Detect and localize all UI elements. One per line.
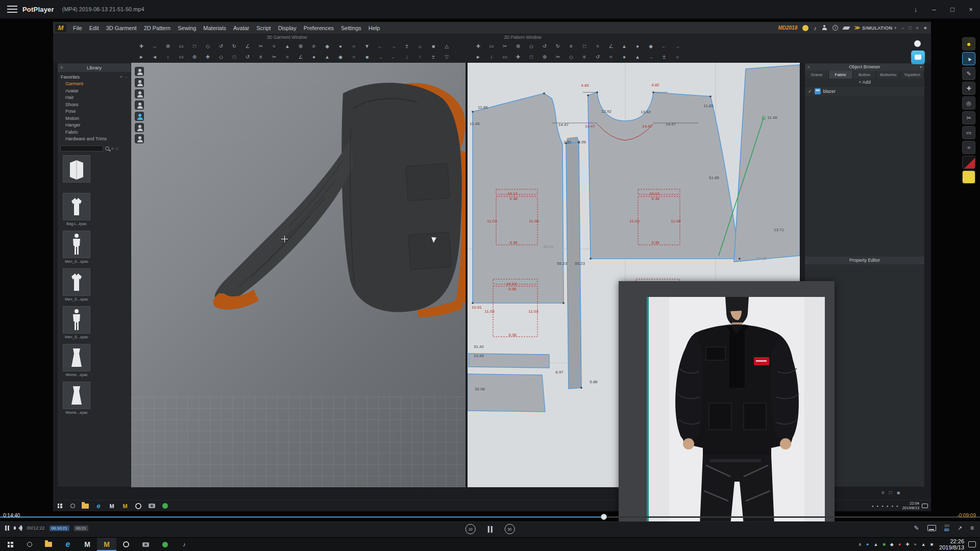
toolbar-icon[interactable]: ↻ xyxy=(228,41,241,52)
bookmark-badge[interactable]: 00:10:21 xyxy=(50,525,69,531)
toolbar-icon[interactable]: ≈ xyxy=(604,52,618,62)
library-tree-item[interactable]: Hanger xyxy=(58,122,131,129)
avatar-mode-icon[interactable] xyxy=(135,134,144,143)
download-icon[interactable]: ↓ xyxy=(906,0,925,19)
library-item[interactable]: Bag.L..zpac xyxy=(61,193,92,226)
garment-3d[interactable] xyxy=(131,63,465,487)
library-tree-item[interactable]: Fabric xyxy=(58,129,131,136)
toolbar-icon[interactable]: □ xyxy=(228,52,241,62)
simulation-toggle[interactable]: ≫ SIMULATION ▾ xyxy=(854,24,896,31)
viewport-3d[interactable] xyxy=(131,63,465,487)
menu-item[interactable]: Materials xyxy=(200,22,230,34)
library-item[interactable] xyxy=(61,155,92,188)
recorded-tray-icon[interactable]: ● xyxy=(872,505,874,508)
toolbar-icon[interactable]: ● xyxy=(618,52,631,62)
toolbar-icon[interactable]: ⊕ xyxy=(188,52,201,62)
avatar-mode-icon[interactable] xyxy=(135,78,144,87)
tray-icon[interactable]: ■ xyxy=(930,542,933,547)
tool-icon[interactable] xyxy=(962,156,975,169)
toolbar-icon[interactable]: ▼ xyxy=(360,41,374,52)
edit-icon[interactable]: ✎ xyxy=(914,524,919,532)
taskbar-app[interactable] xyxy=(136,538,155,551)
tool-icon[interactable]: ▭ xyxy=(962,126,975,139)
toolbar-icon[interactable]: ○ xyxy=(347,41,360,52)
toolbar-icon[interactable]: ▲ xyxy=(321,52,334,62)
toolbar-icon[interactable]: ≈ xyxy=(281,52,294,62)
toolbar-icon[interactable]: ↕ xyxy=(161,52,175,62)
grid-view-icon[interactable]: □ xyxy=(116,146,118,151)
toolbar-icon[interactable]: ◇ xyxy=(525,41,538,52)
library-tree-item[interactable]: Pose xyxy=(58,108,131,115)
toolbar-icon[interactable]: ◇ xyxy=(214,52,228,62)
md-close-button[interactable]: × xyxy=(916,26,919,31)
toolbar-icon[interactable]: ✂ xyxy=(267,52,281,62)
toolbar-icon[interactable]: ⌂ xyxy=(413,41,427,52)
taskbar-app[interactable]: M xyxy=(78,538,97,551)
taskbar-app[interactable]: M xyxy=(97,538,116,551)
toolbar-icon[interactable]: ✚ xyxy=(472,41,485,52)
library-tree-item[interactable]: Favorites xyxy=(58,73,131,81)
md-maximize-button[interactable]: □ xyxy=(909,26,911,31)
maximize-button[interactable]: □ xyxy=(943,0,962,19)
render-light-icon[interactable] xyxy=(914,40,921,47)
tray-icon[interactable]: ● xyxy=(898,542,901,547)
learning-icon[interactable] xyxy=(842,27,850,30)
recorded-tray-icon[interactable]: ● xyxy=(896,505,898,508)
object-browser-tab[interactable]: Topstitch xyxy=(900,71,924,79)
tool-icon[interactable]: ● xyxy=(962,37,975,51)
add-button[interactable]: + Add xyxy=(859,80,870,85)
tray-icon[interactable]: ◆ xyxy=(890,542,894,547)
toolbar-icon[interactable]: ▽ xyxy=(440,52,453,62)
menu-item[interactable]: File xyxy=(69,22,86,34)
object-browser-tab[interactable]: Fabric xyxy=(829,71,853,79)
toolbar-icon[interactable]: ∠ xyxy=(604,41,618,52)
seek-knob[interactable] xyxy=(601,514,607,520)
taskbar-app[interactable]: ♪ xyxy=(175,538,194,551)
toolbar-icon[interactable]: ✂ xyxy=(498,41,511,52)
recorded-start-button[interactable] xyxy=(53,500,66,511)
tray-icon[interactable]: ▲ xyxy=(921,542,926,547)
volume-icon[interactable] xyxy=(14,525,22,531)
toolbar-icon[interactable]: ▲ xyxy=(281,41,294,52)
recorded-tray-icon[interactable]: ● xyxy=(881,505,884,508)
toolbar-icon[interactable]: ○ xyxy=(347,52,360,62)
recorded-search-button[interactable] xyxy=(66,500,79,511)
toolbar-icon[interactable]: ◇ xyxy=(201,41,214,52)
duration-badge[interactable]: 00:21 xyxy=(74,525,88,531)
taskbar-app[interactable] xyxy=(39,538,58,551)
tray-icon[interactable]: ■ xyxy=(883,542,885,547)
recorded-taskbar-app[interactable]: M xyxy=(118,500,132,511)
seek-bar[interactable]: 0:14:40 -0:09:09 xyxy=(0,512,980,521)
toolbar-icon[interactable]: ◆ xyxy=(334,52,347,62)
toolbar-icon[interactable]: □ xyxy=(188,41,201,52)
toolbar-icon[interactable]: ≡ xyxy=(307,41,321,52)
cortana-search-button[interactable] xyxy=(20,538,39,551)
fullscreen-icon[interactable]: ↗ xyxy=(958,525,962,532)
menu-item[interactable]: 2D Pattern xyxy=(140,22,175,34)
toolbar-icon[interactable]: ▭ xyxy=(485,41,498,52)
close-button[interactable]: × xyxy=(962,0,980,19)
toolbar-icon[interactable]: ■ xyxy=(427,41,440,52)
toolbar-icon[interactable]: ⊗ xyxy=(294,41,307,52)
play-pause-button[interactable] xyxy=(488,526,493,533)
toolbar-icon[interactable]: ∠ xyxy=(241,41,254,52)
object-browser-tab[interactable]: Buttonho xyxy=(876,71,900,79)
avatar-mode-icon[interactable] xyxy=(135,89,144,98)
toolbar-icon[interactable]: ≈ xyxy=(267,41,281,52)
toolbar-icon[interactable]: ↺ xyxy=(214,41,228,52)
toolbar-icon[interactable]: ◆ xyxy=(644,41,657,52)
toolbar-icon[interactable]: ↑ xyxy=(413,52,427,62)
recorded-taskbar-app[interactable]: M xyxy=(105,500,118,511)
toolbar-icon[interactable]: ∠ xyxy=(294,52,307,62)
toolbar-icon[interactable]: ≈ xyxy=(591,41,604,52)
toolbar-icon[interactable]: ○ xyxy=(671,52,684,62)
toolbar-icon[interactable]: ● xyxy=(631,41,644,52)
tray-icon[interactable]: ∧ xyxy=(858,542,862,547)
help-icon[interactable]: ? xyxy=(832,25,838,31)
playlist-icon[interactable]: ≡ xyxy=(970,524,974,532)
toolbar-icon[interactable]: ▭ xyxy=(498,52,511,62)
toolbar-icon[interactable]: ● xyxy=(334,41,347,52)
md-minimize-button[interactable]: – xyxy=(901,26,904,31)
chevron-down-icon[interactable]: ▾ xyxy=(920,63,922,71)
toolbar-icon[interactable]: ≡ xyxy=(565,41,578,52)
